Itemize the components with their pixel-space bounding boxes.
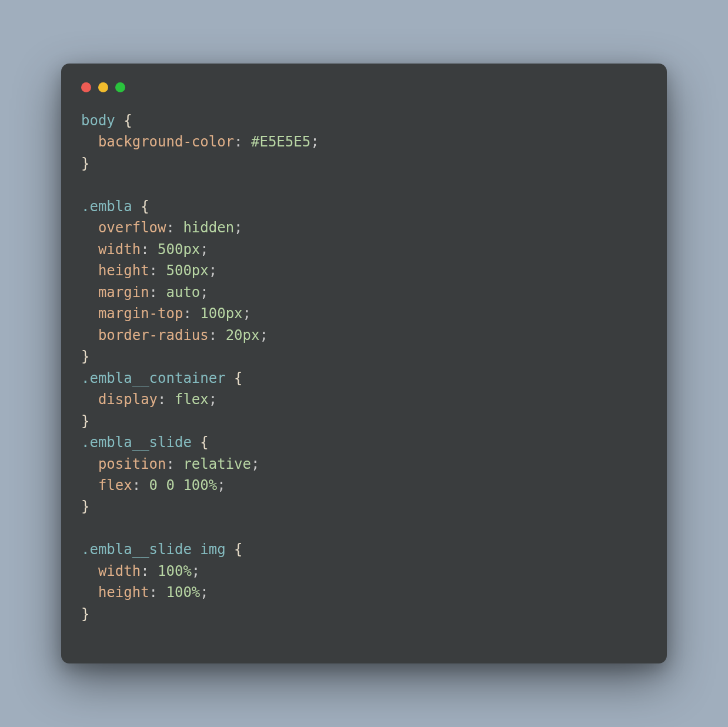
code-window: body { background-color: #E5E5E5; } .emb… [61,64,667,663]
close-icon[interactable] [81,82,91,92]
maximize-icon[interactable] [115,82,125,92]
code-block: body { background-color: #E5E5E5; } .emb… [81,110,647,625]
window-controls [81,82,647,92]
minimize-icon[interactable] [98,82,108,92]
